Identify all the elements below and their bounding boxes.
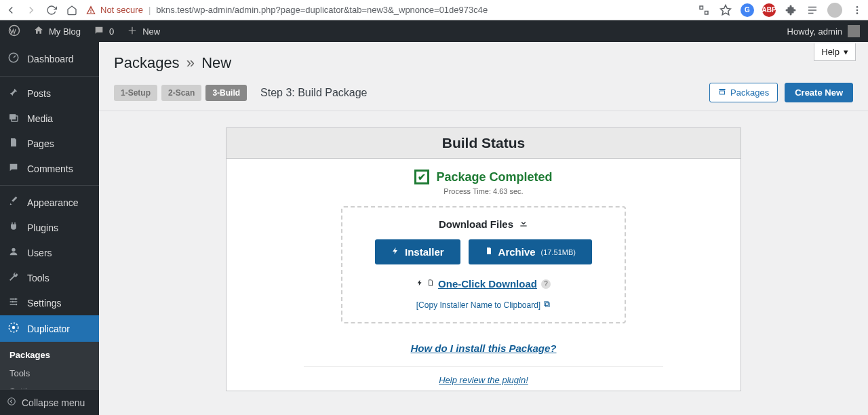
browser-actions: G ABP [697,3,864,18]
duplicator-label: Duplicator [27,323,70,334]
url-separator: | [149,5,151,15]
extensions-icon[interactable] [784,3,797,17]
plus-icon [126,26,138,37]
submenu-packages[interactable]: Packages [0,346,99,364]
address-bar[interactable]: Not secure | bkns.test/wp-admin/admin.ph… [85,5,690,16]
users-label: Users [27,248,52,258]
one-click-download-link[interactable]: One-Click Download [438,278,537,290]
panel-header: Build Status [226,128,741,159]
adminbar-right[interactable]: Howdy, admin [787,25,860,37]
bookmark-star-icon[interactable] [719,3,732,17]
settings-label: Settings [27,298,62,309]
step-pill-scan[interactable]: 2-Scan [161,85,201,101]
step-label: Step 3: Build Package [260,87,367,99]
profile-avatar[interactable] [827,3,842,18]
reading-list-icon[interactable] [806,3,819,17]
svg-point-6 [856,12,859,14]
posts-label: Posts [27,88,51,99]
dashboard-icon [7,52,20,66]
plugins-label: Plugins [27,222,58,233]
build-status-panel: Build Status ✔ Package Completed Process… [226,127,741,391]
menu-posts[interactable]: Posts [0,81,99,106]
svg-rect-20 [546,303,550,307]
reload-button[interactable] [45,3,58,17]
download-files-label: Download Files [439,218,513,230]
appearance-label: Appearance [27,197,79,208]
extension-translate-icon[interactable]: G [741,3,754,17]
archive-button[interactable]: Archive (17.51MB) [469,239,592,264]
collapse-menu[interactable]: Collapse menu [0,389,99,415]
forward-button[interactable] [24,3,38,17]
back-button[interactable] [4,3,18,17]
menu-media[interactable]: Media [0,106,99,131]
adminbar-avatar[interactable] [848,25,860,37]
copy-installer-label: [Copy Installer Name to Clipboard] [416,300,540,310]
help-tab[interactable]: Help ▾ [814,43,856,61]
menu-duplicator[interactable]: Duplicator [0,315,99,342]
not-secure-label: Not secure [100,5,143,15]
svg-point-4 [856,6,859,8]
home-button[interactable] [65,3,79,17]
download-box: Download Files Installer [341,206,626,323]
svg-point-12 [14,298,16,300]
media-icon [7,112,20,125]
archive-icon [718,87,726,98]
menu-pages[interactable]: Pages [0,131,99,156]
title-root: Packages [114,54,180,71]
brush-icon [7,196,20,209]
menu-appearance[interactable]: Appearance [0,190,99,215]
file-archive-icon [485,246,493,258]
create-new-button[interactable]: Create New [785,83,853,102]
menu-tools[interactable]: Tools [0,265,99,290]
review-plugin-link[interactable]: Help review the plugin! [304,366,664,385]
step-pill-build[interactable]: 3-Build [205,85,247,101]
step-pill-setup[interactable]: 1-Setup [114,85,157,101]
one-click-row: One-Click Download ? [352,278,615,290]
main-content: Help ▾ Packages » New 1-Setup 2-Scan 3-B… [99,42,868,415]
process-time: Process Time: 4.63 sec. [226,187,741,195]
copy-installer-row[interactable]: [Copy Installer Name to Clipboard] [352,300,615,310]
packages-button[interactable]: Packages [709,83,778,102]
help-label: Help [821,47,840,57]
translate-icon[interactable] [697,3,711,17]
comment-icon [93,25,105,38]
menu-dashboard[interactable]: Dashboard [0,42,99,72]
chrome-menu-icon[interactable] [850,3,864,17]
copy-icon [543,300,551,310]
browser-toolbar: Not secure | bkns.test/wp-admin/admin.ph… [0,0,868,20]
svg-rect-9 [9,114,16,119]
installer-button-label: Installer [405,246,444,258]
menu-plugins[interactable]: Plugins [0,215,99,240]
package-complete-label: Package Completed [436,170,552,184]
security-indicator[interactable]: Not secure [85,5,143,16]
file-small-icon [427,279,434,289]
bolt-small-icon [416,279,423,289]
svg-point-14 [16,304,18,306]
menu-settings[interactable]: Settings [0,290,99,315]
installer-button[interactable]: Installer [375,239,460,264]
svg-point-17 [8,398,16,406]
site-name-label: My Blog [49,26,81,37]
help-tooltip-icon[interactable]: ? [541,279,551,289]
submenu-tools[interactable]: Tools [0,364,99,382]
site-name-menu[interactable]: My Blog [33,25,81,38]
wp-logo-menu[interactable] [8,24,20,39]
howdy-label: Howdy, admin [787,26,842,37]
adminbar-left: My Blog 0 New [8,24,160,39]
new-content-menu[interactable]: New [126,26,160,37]
plug-icon [7,221,20,234]
svg-marker-0 [721,5,731,14]
menu-users[interactable]: Users [0,240,99,265]
menu-comments[interactable]: Comments [0,156,99,181]
archive-size: (17.51MB) [541,248,576,256]
menu-separator [0,185,99,186]
comments-menu[interactable]: 0 [93,25,114,38]
title-leaf: New [201,54,231,71]
svg-point-11 [12,248,15,252]
dashboard-label: Dashboard [27,54,74,64]
svg-point-13 [12,301,14,303]
bolt-icon [391,246,399,258]
install-help-link[interactable]: How do I install this Package? [226,342,741,354]
pages-label: Pages [27,138,54,149]
extension-abp-icon[interactable]: ABP [762,3,776,17]
